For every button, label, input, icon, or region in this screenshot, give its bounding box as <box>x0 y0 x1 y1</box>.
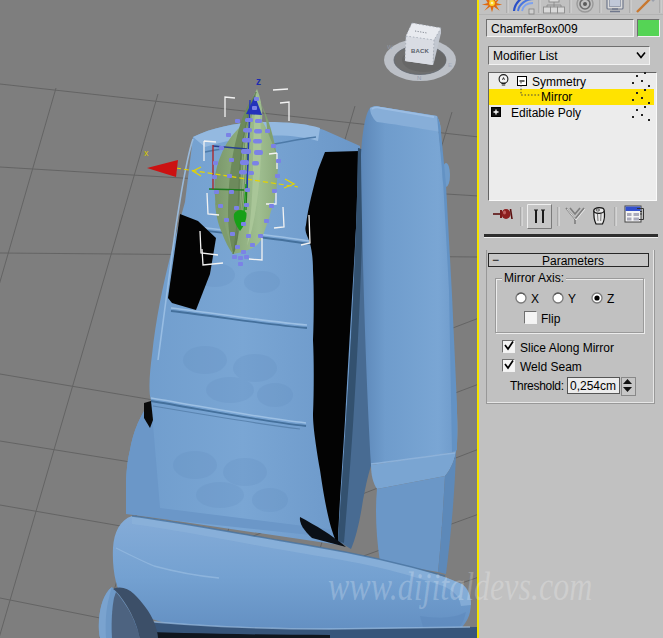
svg-text:x: x <box>144 148 149 158</box>
svg-text:BACK: BACK <box>411 48 430 54</box>
svg-text:z: z <box>256 76 261 87</box>
svg-text:N: N <box>417 75 421 81</box>
svg-text:E: E <box>448 62 452 68</box>
svg-text:W: W <box>387 44 393 50</box>
